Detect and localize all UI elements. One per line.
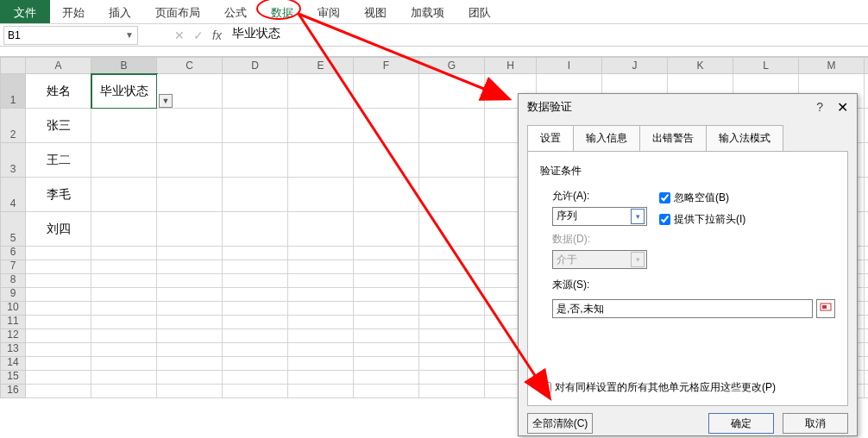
tab-pagelayout[interactable]: 页面布局 xyxy=(143,0,212,23)
apply-all-row[interactable]: 对有同样设置的所有其他单元格应用这些更改(P) xyxy=(540,380,776,395)
cell-B3[interactable] xyxy=(91,143,157,178)
col-header-G[interactable]: G xyxy=(419,57,485,74)
fx-icon[interactable]: fx xyxy=(212,28,222,42)
cancel-icon[interactable]: ✕ xyxy=(174,28,185,42)
cell-B15[interactable] xyxy=(91,371,157,385)
cell-C12[interactable] xyxy=(157,329,223,343)
cell-A11[interactable] xyxy=(26,316,91,329)
cell-B4[interactable] xyxy=(91,178,157,212)
cell-C7[interactable] xyxy=(157,260,223,274)
cell-dropdown-handle[interactable]: ▼ xyxy=(159,94,173,108)
cell-N4[interactable] xyxy=(865,178,868,212)
cell-F2[interactable] xyxy=(354,109,419,143)
cell-E2[interactable] xyxy=(288,109,354,143)
cell-B2[interactable] xyxy=(91,109,157,143)
cell-G4[interactable] xyxy=(419,178,485,212)
cell-A5[interactable]: 刘四 xyxy=(26,212,91,247)
cell-F16[interactable] xyxy=(354,385,419,398)
row-header-2[interactable]: 2 xyxy=(0,109,26,143)
dialog-titlebar[interactable]: 数据验证 ? ✕ xyxy=(519,94,857,120)
row-header-11[interactable]: 11 xyxy=(0,316,26,329)
cell-D16[interactable] xyxy=(223,385,288,398)
help-icon[interactable]: ? xyxy=(816,100,823,114)
cell-A6[interactable] xyxy=(26,247,91,260)
tab-settings[interactable]: 设置 xyxy=(527,125,574,151)
col-header-B[interactable]: B xyxy=(91,57,157,74)
cell-D8[interactable] xyxy=(223,274,288,288)
apply-all-checkbox[interactable] xyxy=(540,382,551,393)
cell-F5[interactable] xyxy=(354,212,419,247)
cell-F9[interactable] xyxy=(354,288,419,302)
cell-N11[interactable] xyxy=(865,316,868,329)
row-header-14[interactable]: 14 xyxy=(0,357,26,371)
cell-D9[interactable] xyxy=(223,288,288,302)
cell-F13[interactable] xyxy=(354,343,419,357)
row-header-15[interactable]: 15 xyxy=(0,371,26,385)
cell-C5[interactable] xyxy=(157,212,223,247)
cell-D11[interactable] xyxy=(223,316,288,329)
col-header-A[interactable]: A xyxy=(26,57,91,74)
row-header-6[interactable]: 6 xyxy=(0,247,26,260)
allow-select[interactable]: 序列 ▾ xyxy=(552,207,647,226)
cell-D7[interactable] xyxy=(223,260,288,274)
cell-D12[interactable] xyxy=(223,329,288,343)
cell-C2[interactable] xyxy=(157,109,223,143)
col-header-K[interactable]: K xyxy=(668,57,733,74)
row-header-12[interactable]: 12 xyxy=(0,329,26,343)
cell-A3[interactable]: 王二 xyxy=(26,143,91,178)
cell-B9[interactable] xyxy=(91,288,157,302)
cell-N10[interactable] xyxy=(865,302,868,316)
tab-insert[interactable]: 插入 xyxy=(97,0,143,23)
cell-C13[interactable] xyxy=(157,343,223,357)
cell-N2[interactable] xyxy=(865,109,868,143)
cell-E13[interactable] xyxy=(288,343,354,357)
cell-A15[interactable] xyxy=(26,371,91,385)
tab-team[interactable]: 团队 xyxy=(456,0,503,23)
cell-E8[interactable] xyxy=(288,274,354,288)
cell-F10[interactable] xyxy=(354,302,419,316)
cell-N12[interactable] xyxy=(865,329,868,343)
cell-E15[interactable] xyxy=(288,371,354,385)
cell-G16[interactable] xyxy=(419,385,485,398)
col-header-I[interactable]: I xyxy=(537,57,602,74)
select-all-corner[interactable] xyxy=(0,57,26,74)
cell-E14[interactable] xyxy=(288,357,354,371)
row-header-13[interactable]: 13 xyxy=(0,343,26,357)
cell-A14[interactable] xyxy=(26,357,91,371)
cell-B7[interactable] xyxy=(91,260,157,274)
cell-C16[interactable] xyxy=(157,385,223,398)
name-box[interactable]: B1 ▼ xyxy=(3,26,138,45)
cell-D6[interactable] xyxy=(223,247,288,260)
tab-addins[interactable]: 加载项 xyxy=(399,0,456,23)
cell-N6[interactable] xyxy=(865,247,868,260)
accept-icon[interactable]: ✓ xyxy=(193,28,204,42)
cell-E1[interactable] xyxy=(288,74,354,109)
cell-A8[interactable] xyxy=(26,274,91,288)
cell-F14[interactable] xyxy=(354,357,419,371)
row-header-16[interactable]: 16 xyxy=(0,385,26,398)
cell-G12[interactable] xyxy=(419,329,485,343)
row-header-10[interactable]: 10 xyxy=(0,302,26,316)
cell-N14[interactable] xyxy=(865,357,868,371)
cell-G7[interactable] xyxy=(419,260,485,274)
cell-G5[interactable] xyxy=(419,212,485,247)
show-dropdown-input[interactable] xyxy=(659,214,670,225)
cell-G13[interactable] xyxy=(419,343,485,357)
cell-E4[interactable] xyxy=(288,178,354,212)
row-header-4[interactable]: 4 xyxy=(0,178,26,212)
cell-N5[interactable] xyxy=(865,212,868,247)
cell-A12[interactable] xyxy=(26,329,91,343)
name-box-dropdown-icon[interactable]: ▼ xyxy=(125,30,134,40)
col-header-D[interactable]: D xyxy=(223,57,288,74)
formula-input[interactable]: 毕业状态 xyxy=(227,26,868,45)
cell-D10[interactable] xyxy=(223,302,288,316)
cell-E9[interactable] xyxy=(288,288,354,302)
cell-C15[interactable] xyxy=(157,371,223,385)
cell-N16[interactable] xyxy=(865,385,868,398)
cell-F15[interactable] xyxy=(354,371,419,385)
cell-F11[interactable] xyxy=(354,316,419,329)
cell-G2[interactable] xyxy=(419,109,485,143)
cell-C10[interactable] xyxy=(157,302,223,316)
tab-review[interactable]: 审阅 xyxy=(305,0,352,23)
cell-G15[interactable] xyxy=(419,371,485,385)
